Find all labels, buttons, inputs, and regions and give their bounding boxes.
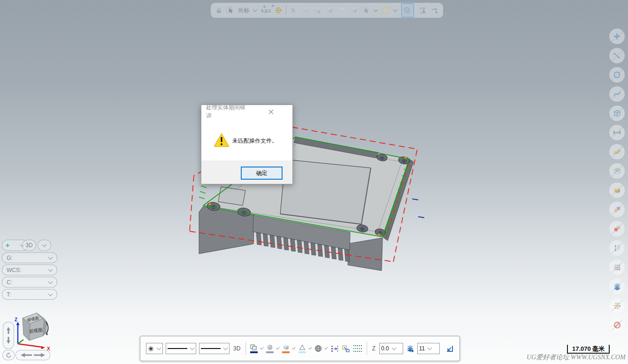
cube-verify-icon[interactable] xyxy=(301,6,309,15)
watermark: UG爱好者论坛 WWW.UGSNX.COM xyxy=(527,353,627,362)
copy-arrow-icon[interactable] xyxy=(342,345,350,353)
ok-button[interactable]: 确定 xyxy=(241,167,283,180)
view-mode-chevron-pill[interactable] xyxy=(38,240,51,251)
line-width-sample xyxy=(168,348,187,349)
unlock-icon[interactable] xyxy=(215,7,222,14)
cursor-label: 光标 xyxy=(238,7,249,15)
dialog-title: 处理实体期间错误 xyxy=(206,104,249,120)
layer-select[interactable]: 11 xyxy=(417,343,440,354)
snap-gear-icon[interactable]: + xyxy=(275,7,282,14)
dropdown-g[interactable]: G: xyxy=(2,252,57,263)
datum-cube-icon[interactable] xyxy=(609,106,625,121)
undo-arrow-icon[interactable] xyxy=(430,7,438,15)
sphere-shade-icon[interactable] xyxy=(266,344,274,353)
cube-pause-icon[interactable] xyxy=(313,6,322,15)
model-scene xyxy=(0,0,628,364)
close-icon[interactable] xyxy=(249,106,292,117)
facet-box-icon[interactable] xyxy=(282,344,290,353)
threed-label: 3D xyxy=(233,345,240,352)
settings-gear-icon[interactable] xyxy=(609,298,625,313)
select-cursor-icon[interactable] xyxy=(226,7,234,15)
cube-back-icon[interactable] xyxy=(337,6,346,15)
edit-grid-icon[interactable] xyxy=(353,345,362,352)
select-scope-chevron[interactable] xyxy=(373,8,378,12)
sheet-paste-icon[interactable] xyxy=(250,344,258,353)
rotate-view-pill[interactable] xyxy=(2,350,15,360)
solid-block-icon[interactable] xyxy=(609,182,625,198)
measure-distance-icon[interactable] xyxy=(609,125,625,140)
layer-stack-icon[interactable] xyxy=(406,345,414,353)
pan-horizontal-pill[interactable] xyxy=(15,350,50,360)
view-mode-chevron xyxy=(42,243,47,247)
color-palette-icon[interactable] xyxy=(609,259,625,275)
graphics-viewport[interactable]: 光标 +x,y,z + xyxy=(0,0,628,364)
boolean-unite-icon[interactable] xyxy=(609,202,625,217)
scale-bar: 17.070 毫米 xyxy=(567,345,610,354)
xyz-point-icon[interactable]: +x,y,z xyxy=(261,8,271,13)
scale-bar-value: 17.070 毫米 xyxy=(572,345,605,353)
line-style-select[interactable] xyxy=(199,343,230,354)
spline-icon[interactable] xyxy=(609,86,625,102)
point-style-select[interactable] xyxy=(146,343,163,354)
axis-z-label: Z xyxy=(15,317,17,322)
section-cube-icon[interactable] xyxy=(609,163,625,179)
circle-icon[interactable] xyxy=(609,67,625,83)
line-width-select[interactable] xyxy=(166,343,196,354)
dialog-footer: 确定 xyxy=(201,160,292,184)
region-select-icon[interactable] xyxy=(382,7,390,15)
z-label: Z xyxy=(372,345,375,352)
dialog-body: 未匹配操作文件。 xyxy=(201,118,292,160)
select-box-icon[interactable] xyxy=(362,7,370,15)
sweep-surface-icon[interactable] xyxy=(609,144,625,159)
plus-teal-icon: + xyxy=(6,242,9,249)
cube-front-icon[interactable] xyxy=(325,6,334,15)
rotate-icon xyxy=(6,352,12,358)
toolbar-separator xyxy=(286,6,286,15)
point-style-icon xyxy=(148,346,154,352)
left-right-arrows-icon xyxy=(20,352,46,358)
dialog-message: 未匹配操作文件。 xyxy=(232,137,277,145)
region-select-chevron[interactable] xyxy=(393,8,398,12)
snap-circles-toggle-icon[interactable] xyxy=(401,3,414,17)
selection-toolbar: 光标 +x,y,z + xyxy=(211,3,443,18)
warning-triangle-icon xyxy=(214,133,230,147)
reorder-points-icon[interactable] xyxy=(330,345,339,353)
pattern-feature-icon[interactable] xyxy=(609,240,625,256)
dropdown-t[interactable]: T: xyxy=(2,289,57,300)
zoom-vertical-pill[interactable] xyxy=(3,322,14,349)
z-value-select[interactable]: 0.0 xyxy=(379,343,403,354)
view-mode-toggle[interactable]: 3D xyxy=(22,240,36,251)
refresh-selection-icon[interactable] xyxy=(418,6,427,15)
boolean-subtract-icon[interactable] xyxy=(609,221,625,236)
dialog-titlebar[interactable]: 处理实体期间错误 xyxy=(201,105,292,118)
dropdown-c[interactable]: C: xyxy=(2,277,57,288)
globe-icon[interactable] xyxy=(314,345,322,352)
cube-export-icon[interactable] xyxy=(350,6,358,15)
line-style-sample xyxy=(201,348,221,349)
blue-reference-marks xyxy=(412,199,424,218)
triangle-icon[interactable] xyxy=(299,344,306,353)
cursor-dropdown-chevron[interactable] xyxy=(253,8,258,12)
view-orientation-cube[interactable]: 俯视图 前视图 Z X xyxy=(13,306,68,353)
feature-toolbar xyxy=(609,29,625,333)
corner-snap-icon[interactable] xyxy=(445,345,454,353)
up-down-arrows-icon xyxy=(6,326,11,345)
plus-icon[interactable] xyxy=(609,29,625,44)
arrow-cursor-icon[interactable] xyxy=(290,7,297,14)
disable-icon[interactable] xyxy=(609,317,625,333)
edit-object-display-bar: 3D xyxy=(140,336,460,361)
polyline-icon[interactable] xyxy=(609,48,625,63)
error-dialog: 处理实体期间错误 未匹配操作文件。 确定 xyxy=(201,105,293,184)
dropdown-wcs[interactable]: WCS: xyxy=(2,265,57,275)
layers-icon[interactable] xyxy=(609,279,625,294)
